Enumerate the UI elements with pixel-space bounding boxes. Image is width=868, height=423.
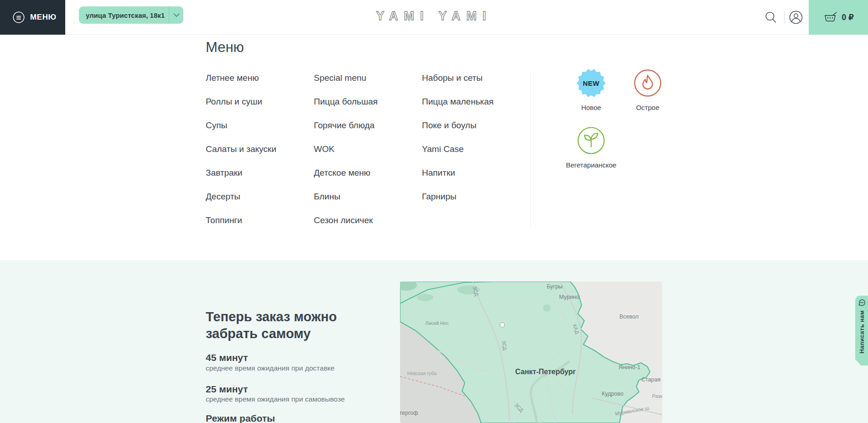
menu-link-label[interactable]: Наборы и сеты xyxy=(422,73,483,83)
legend-label-vegetarian: Вегетарианское xyxy=(566,161,617,169)
menu-link-label[interactable]: Салаты и закуски xyxy=(206,144,276,154)
legend-label-spicy: Острое xyxy=(636,104,659,111)
page: МЕНЮ улица Туристская, 18к1 YAMI YAMI xyxy=(0,0,868,423)
menu-link-label[interactable]: Супы xyxy=(206,120,227,131)
menu-link-label[interactable]: Топпинги xyxy=(206,215,242,225)
menu-link[interactable]: Поке и боулы xyxy=(422,114,494,137)
menu-link-label[interactable]: WOK xyxy=(314,144,334,154)
chat-bubble-icon xyxy=(858,299,866,307)
menu-link-label[interactable]: Роллы и суши xyxy=(206,97,262,107)
new-badge-icon: NEW xyxy=(577,68,606,98)
menu-link[interactable]: Гарниры xyxy=(422,185,494,209)
header-divider xyxy=(784,11,785,24)
menu-link[interactable]: Летнее меню xyxy=(206,66,276,90)
menu-link-label[interactable]: Блины xyxy=(314,192,340,202)
menu-link[interactable]: Yami Case xyxy=(422,137,494,161)
flame-icon xyxy=(633,68,662,98)
menu-link-label[interactable]: Горячие блюда xyxy=(314,120,374,131)
account-button[interactable] xyxy=(787,9,805,26)
menu-column-3: Наборы и сеты Пицца маленькая Поке и боу… xyxy=(422,66,494,209)
menu-link[interactable]: Напитки xyxy=(422,161,494,185)
menu-link[interactable]: Горячие блюда xyxy=(314,114,378,137)
menu-link[interactable]: Пицца большая xyxy=(314,90,378,114)
menu-link[interactable]: Пицца маленькая xyxy=(422,90,494,114)
search-icon xyxy=(764,10,778,24)
legend-item-new: NEW Новое xyxy=(563,68,619,111)
menu-link-label[interactable]: Поке и боулы xyxy=(422,120,477,131)
chat-tab[interactable]: Написать нам xyxy=(855,296,868,366)
menu-legend-divider xyxy=(530,72,530,227)
menu-link[interactable]: Сезон лисичек xyxy=(314,209,378,232)
menu-link-label[interactable]: Special menu xyxy=(314,73,366,83)
schedule-title: Режим работы xyxy=(206,413,275,423)
pickup-time-caption: среднее время ожидания при самовывозе xyxy=(206,395,345,403)
menu-link-label[interactable]: Детское меню xyxy=(314,168,370,178)
metro-icon xyxy=(500,323,504,327)
user-icon xyxy=(789,10,803,25)
map-canvas xyxy=(400,282,662,423)
menu-link[interactable]: WOK xyxy=(314,137,378,161)
header: МЕНЮ улица Туристская, 18к1 YAMI YAMI xyxy=(0,0,868,35)
menu-link[interactable]: Супы xyxy=(206,114,276,137)
basket-icon xyxy=(823,11,837,24)
menu-link-label[interactable]: Десерты xyxy=(206,192,240,202)
menu-column-1: Летнее меню Роллы и суши Супы Салаты и з… xyxy=(206,66,276,232)
legend-label-new: Новое xyxy=(581,104,601,111)
plant-icon xyxy=(577,126,606,155)
cart-button[interactable]: 0 ₽ xyxy=(809,0,868,35)
menu-link-label[interactable]: Yami Case xyxy=(422,144,464,154)
delivery-zone-map[interactable]: Бугры Мурино Всевол Лисий Нос КАД ЗСД ЗС… xyxy=(400,282,662,423)
cart-total: 0 ₽ xyxy=(842,12,853,22)
menu-panel-title: Меню xyxy=(206,39,244,56)
menu-link[interactable]: Роллы и суши xyxy=(206,90,276,114)
new-badge-text: NEW xyxy=(577,68,606,98)
menu-link[interactable]: Десерты xyxy=(206,185,276,209)
menu-link-label[interactable]: Летнее меню xyxy=(206,73,259,83)
menu-link-label[interactable]: Пицца маленькая xyxy=(422,97,494,107)
legend-item-spicy: Острое xyxy=(619,68,676,111)
menu-link[interactable]: Special menu xyxy=(314,66,378,90)
legend-item-vegetarian: Вегетарианское xyxy=(563,126,619,169)
pickup-time-value: 25 минут xyxy=(206,384,248,395)
menu-link-label[interactable]: Завтраки xyxy=(206,168,242,178)
menu-link[interactable]: Топпинги xyxy=(206,209,276,232)
menu-link[interactable]: Наборы и сеты xyxy=(422,66,494,90)
menu-link-label[interactable]: Гарниры xyxy=(422,192,457,202)
menu-link-label[interactable]: Напитки xyxy=(422,168,455,178)
menu-column-2: Special menu Пицца большая Горячие блюда… xyxy=(314,66,378,232)
search-button[interactable] xyxy=(762,9,780,26)
brand-logo: YAMI YAMI xyxy=(0,9,868,23)
menu-link[interactable]: Завтраки xyxy=(206,161,276,185)
delivery-time-caption: среднее время ожидания при доставке xyxy=(206,364,334,372)
menu-link[interactable]: Детское меню xyxy=(314,161,378,185)
menu-link[interactable]: Блины xyxy=(314,185,378,209)
menu-link-label[interactable]: Пицца большая xyxy=(314,97,378,107)
pickup-heading: Теперь заказ можно забрать самому xyxy=(206,308,343,342)
menu-link[interactable]: Салаты и закуски xyxy=(206,137,276,161)
chat-tab-label: Написать нам xyxy=(858,310,865,354)
menu-link-label[interactable]: Сезон лисичек xyxy=(314,215,373,225)
delivery-time-value: 45 минут xyxy=(206,352,248,363)
